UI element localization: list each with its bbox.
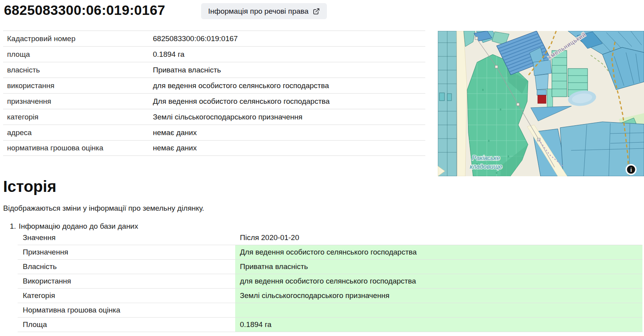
row-label: використання <box>3 81 153 90</box>
row-label: адреса <box>3 128 153 137</box>
table-row: власністьПриватна власність <box>3 62 425 78</box>
table-row: ВласністьПриватна власність <box>18 260 642 274</box>
map-attribution-info-icon[interactable]: i <box>626 164 637 175</box>
history-heading: Історія <box>3 178 56 195</box>
history-item-title: 1. Інформацію додано до бази даних <box>10 222 138 231</box>
external-link-icon <box>313 8 320 15</box>
row-value <box>235 303 642 317</box>
property-rights-button[interactable]: Інформація про речові права <box>201 3 327 19</box>
cadastral-map[interactable]: хмельницький Раківське кладовище i <box>438 31 644 176</box>
selected-parcel[interactable] <box>538 95 546 103</box>
row-value: Приватна власність <box>153 66 425 74</box>
row-value: Землі сільськогосподарського призначення <box>153 113 425 121</box>
row-label: площа <box>3 50 153 59</box>
history-item-index: 1. <box>10 222 16 231</box>
row-value: Для ведення особистого селянського госпо… <box>235 245 642 259</box>
row-label: Використання <box>18 274 235 288</box>
map-parcel-small <box>439 93 444 101</box>
table-row: площа0.1894 га <box>3 46 425 62</box>
row-label: Нормативна грошова оцінка <box>18 303 235 317</box>
row-value: 0.1894 га <box>153 50 425 59</box>
property-rights-button-label: Інформація про речові права <box>208 7 308 16</box>
history-item-text: Інформацію додано до бази даних <box>19 222 138 231</box>
row-value: Приватна власність <box>235 260 642 274</box>
map-parcel-small <box>447 94 452 101</box>
table-row: Використаннядля ведення особистого селян… <box>18 274 642 289</box>
row-label: Кадастровий номер <box>3 34 153 43</box>
row-label: категорія <box>3 113 153 121</box>
row-value: немає даних <box>153 144 425 152</box>
table-row: нормативна грошова оцінканемає даних <box>3 140 425 156</box>
svg-text:i: i <box>630 166 632 173</box>
row-label: Категорія <box>18 289 235 303</box>
row-value: для ведення особистого селянського госпо… <box>153 81 425 90</box>
table-row: категоріяЗемлі сільськогосподарського пр… <box>3 109 425 125</box>
page-title: 6825083300:06:019:0167 <box>4 2 165 18</box>
table-row: КатегоріяЗемлі сільськогосподарського пр… <box>18 289 642 303</box>
row-value: немає даних <box>153 128 425 137</box>
table-row: Нормативна грошова оцінка <box>18 303 642 318</box>
row-value: Землі сільськогосподарського призначення <box>235 289 642 303</box>
row-label: Значення <box>18 231 235 245</box>
table-row: Кадастровий номер6825083300:06:019:0167 <box>3 31 425 46</box>
table-row: Площа0.1894 га <box>18 318 642 332</box>
info-table: Кадастровий номер6825083300:06:019:0167п… <box>3 31 425 156</box>
row-label: Призначення <box>18 245 235 259</box>
row-value: Для ведення особистого селянського госпо… <box>153 97 425 106</box>
table-row: адресанемає даних <box>3 125 425 140</box>
table-row: використаннядля ведення особистого селян… <box>3 78 425 93</box>
table-row: призначенняДля ведення особистого селянс… <box>3 93 425 109</box>
row-value: для ведення особистого селянського госпо… <box>235 274 642 288</box>
row-label: власність <box>3 66 153 74</box>
row-label: Площа <box>18 318 235 332</box>
cemetery-label-line1: Раківське <box>472 155 500 161</box>
cadastral-parcel-page: 6825083300:06:019:0167 Інформація про ре… <box>0 0 644 336</box>
history-description: Відображаються зміни у інформації про зе… <box>3 204 204 213</box>
map-parcels-west <box>438 31 457 176</box>
table-row: ПризначенняДля ведення особистого селянс… <box>18 245 642 260</box>
row-label: Власність <box>18 260 235 274</box>
row-label: нормативна грошова оцінка <box>3 144 153 152</box>
table-row: ЗначенняПісля 2020-01-20 <box>18 231 642 245</box>
row-value: Після 2020-01-20 <box>235 231 642 245</box>
cemetery-label-line2: кладовище <box>470 163 503 170</box>
history-table: ЗначенняПісля 2020-01-20ПризначенняДля в… <box>18 231 642 332</box>
row-value: 0.1894 га <box>235 318 642 332</box>
row-value: 6825083300:06:019:0167 <box>153 34 425 43</box>
row-label: призначення <box>3 97 153 106</box>
